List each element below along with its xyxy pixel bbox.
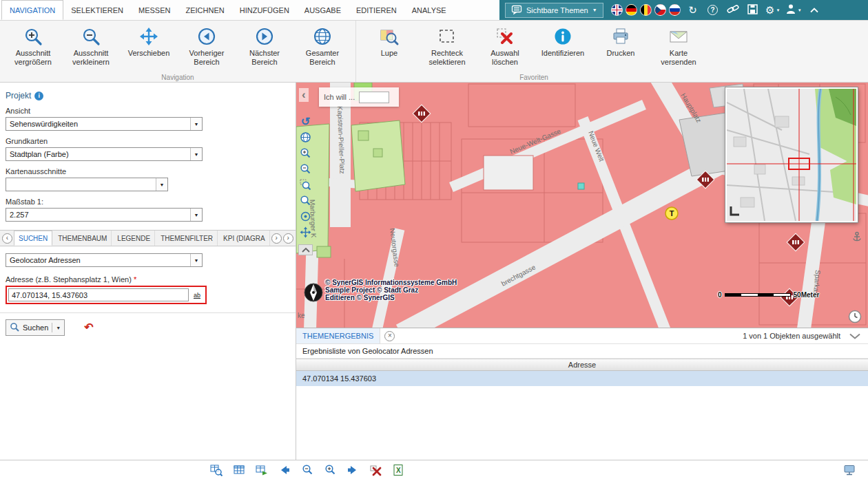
tab-suchen[interactable]: SUCHEN [14,231,52,246]
settings-button[interactable]: ⚙ ▼ [765,2,781,19]
chevron-down-icon: ▼ [52,323,61,332]
save-button[interactable] [745,2,761,19]
globe-icon [312,24,333,49]
zoom-window-button[interactable] [298,178,313,192]
flag-english-icon[interactable] [611,4,623,16]
pan-button[interactable]: Verschieben [120,22,178,72]
pan-map-button[interactable] [298,225,313,240]
magnifier-tool-button[interactable]: Lupe [360,22,418,72]
result-zoom-out-button[interactable] [300,463,315,477]
tab-editieren[interactable]: EDITIEREN [349,0,404,20]
help-button[interactable]: ? [705,2,721,19]
target-icon [300,211,311,222]
select-rectangle-icon [437,24,457,49]
excel-export-button[interactable]: X [391,463,406,477]
tab-navigation[interactable]: NAVIGATION [1,0,63,20]
select-rectangle-button[interactable]: Rechteck selektieren [418,22,476,72]
next-result-button[interactable] [345,463,360,477]
chevron-down-icon: ▼ [798,8,802,12]
tab-ausgabe[interactable]: AUSGABE [297,0,349,20]
zoom-out-button[interactable]: Ausschnitt verkleinern [62,22,120,72]
map-zoom-out-button[interactable] [298,162,313,176]
flag-czech-icon[interactable] [654,4,666,16]
massstab-label: Maßstab 1: [6,198,290,206]
identify-button[interactable]: Identifizieren [534,22,592,72]
zoom-out-icon [302,464,313,476]
ribbon-toolbar: Ausschnitt vergrößern Ausschnitt verklei… [0,21,868,83]
next-extent-button[interactable]: Nächster Bereich [236,22,293,72]
user-menu-button[interactable]: ▼ [785,2,802,19]
ansicht-select[interactable]: Sehenswürdigkeiten ▼ [6,117,203,131]
search-button[interactable]: Suchen ▼ [6,319,65,336]
menubar-right: Sichtbare Themen ▼ ↻ ? ⚙ ▼ ▼ [499,0,868,20]
zoom-to-result-button[interactable] [209,463,224,477]
screen-settings-button[interactable] [842,463,857,477]
clear-selection-button[interactable]: Auswahl löschen [476,22,534,72]
tab-themenergebnis[interactable]: THEMENERGEBNIS [296,328,380,343]
close-results-icon[interactable]: × [384,331,395,341]
tab-themenbaum[interactable]: THEMENBAUM [54,231,112,246]
zoom-in-button[interactable]: Ausschnitt vergrößern [4,22,62,72]
link-icon [727,3,739,17]
label-tool-button[interactable]: ab [190,288,204,301]
flag-german-icon[interactable] [626,4,637,16]
collapse-map-toolbar-button[interactable] [298,244,313,255]
language-flags [611,4,681,16]
save-icon [747,3,758,17]
tab-messen[interactable]: MESSEN [131,0,178,20]
flag-belgian-icon[interactable] [640,4,652,16]
column-header-adresse[interactable]: Adresse [296,359,868,371]
history-clock-button[interactable] [848,310,862,326]
tab-analyse[interactable]: ANALYSE [404,0,454,20]
share-link-button[interactable] [725,2,741,19]
export-table-button[interactable] [254,463,269,477]
identify-info-icon [552,24,573,49]
pin-overview-button[interactable] [851,231,862,246]
transit-marker[interactable]: T [665,207,678,220]
flag-russian-icon[interactable] [669,4,681,16]
monitor-icon [843,464,856,476]
refresh-button[interactable]: ↻ [685,2,701,19]
overview-map[interactable] [725,87,858,222]
tab-zeichnen[interactable]: ZEICHNEN [178,0,232,20]
zoom-free-button[interactable] [298,193,313,208]
collapse-results-button[interactable] [847,329,862,343]
previous-extent-button[interactable]: Vorheriger Bereich [178,22,236,72]
tab-scroll-left-button[interactable]: ‹ [2,233,12,244]
tab-selektieren[interactable]: SELEKTIEREN [63,0,131,20]
remove-result-button[interactable] [368,463,383,477]
collapse-sidebar-button[interactable]: ‹ [299,88,309,102]
table-row[interactable]: 47.070134 15.437603 [296,371,868,387]
address-input[interactable] [8,288,189,301]
grundkarten-select[interactable]: Stadtplan (Farbe) ▼ [6,147,203,161]
previous-result-button[interactable] [277,463,292,477]
tab-legende[interactable]: LEGENDE [113,231,155,246]
zoom-window-icon [300,179,311,191]
geolocator-select[interactable]: Geolocator Adressen ▼ [6,253,203,267]
info-icon[interactable]: i [34,92,43,100]
result-zoom-in-button[interactable] [322,463,338,477]
tab-hinzufuegen[interactable]: HINZUFÜGEN [232,0,297,20]
rotate-map-button[interactable]: ↺ [298,114,313,129]
tab-kpi-diagramme[interactable]: KPI (DIAGRA [219,231,270,246]
map-zoom-in-button[interactable] [298,146,313,160]
tab-overflow-button[interactable]: › [283,233,293,244]
massstab-select[interactable]: 2.257 ▼ [6,208,203,222]
kartenausschnitte-label: Kartenausschnitte [6,167,290,175]
collapse-ribbon-button[interactable] [807,2,822,19]
undo-icon[interactable]: ↶ [84,322,93,333]
tab-scroll-right-button[interactable]: › [271,233,282,244]
cyan-marker[interactable] [578,183,584,189]
tab-themenfilter[interactable]: THEMENFILTER [156,231,218,246]
show-table-button[interactable] [231,463,247,477]
required-mark: * [134,275,136,284]
visible-themes-button[interactable]: Sichtbare Themen ▼ [505,3,603,18]
center-map-button[interactable] [298,209,313,224]
print-button[interactable]: Drucken [592,22,650,72]
i-will-input[interactable] [359,92,389,103]
kartenausschnitte-select[interactable]: ▼ [6,178,168,191]
globe-button[interactable] [298,130,313,145]
send-map-button[interactable]: Karte versenden [650,22,707,72]
full-extent-button[interactable]: Gesamter Bereich [293,22,351,72]
address-label: Adresse (z.B. Stephansplatz 1, Wien) * [6,275,290,284]
